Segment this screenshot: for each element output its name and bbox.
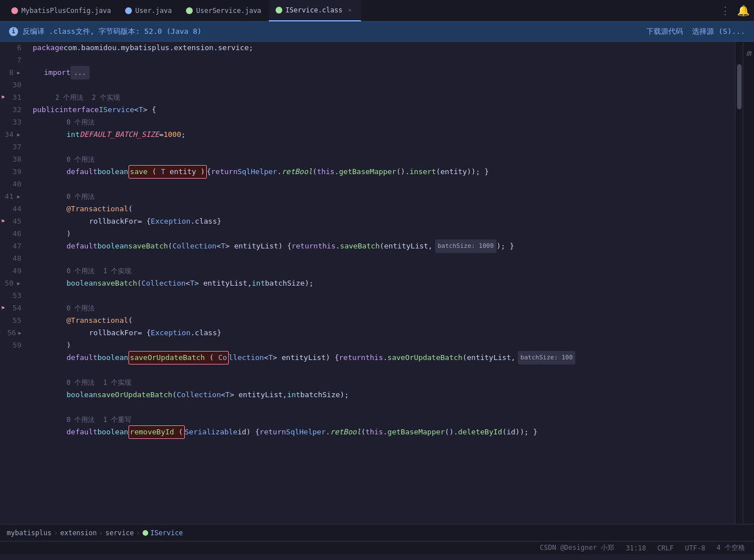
tab-user[interactable]: User.java — [118, 0, 179, 21]
code-line-39: rollbackFor = { Exception .class} — [33, 215, 735, 228]
tab-iservice[interactable]: IService.class ✕ — [269, 0, 361, 21]
line-ending: CRLF — [658, 544, 674, 552]
breadcrumb-file-icon — [143, 530, 148, 536]
code-line-38-meta: 0 个用法 — [33, 190, 735, 203]
scrollbar-thumb[interactable] — [737, 64, 742, 109]
code-line-6: package com.baomidou.mybatisplus.extensi… — [33, 42, 735, 54]
code-line-34-meta: 0 个用法 — [33, 153, 735, 166]
more-tabs-icon[interactable]: ⋮ — [720, 5, 730, 16]
code-line-7 — [33, 54, 735, 66]
line-number-47: 47 — [0, 240, 21, 252]
code-line-41: default boolean saveBatch ( Collection <… — [33, 240, 735, 252]
breadcrumb-extension[interactable]: extension — [60, 529, 97, 537]
code-line-44 — [33, 252, 735, 265]
highlight-saveOrUpdateBatch: saveOrUpdateBatch ( Co — [128, 351, 229, 365]
code-line-47: @Transactional ( — [33, 314, 735, 327]
code-line-46 — [33, 290, 735, 302]
info-text: 反编译 .class文件, 字节码版本: 52.0 (Java 8) — [23, 26, 202, 37]
info-bar-left: i 反编译 .class文件, 字节码版本: 52.0 (Java 8) — [9, 26, 202, 37]
code-line-33 — [33, 141, 735, 153]
meta-info-54: 0 个用法 1 个实现 — [66, 376, 131, 389]
collapse-arrow-50[interactable]: ▶ — [16, 281, 21, 286]
line-number-59: 59 — [0, 339, 21, 352]
class-file-icon — [276, 7, 282, 14]
code-line-45: boolean saveBatch ( Collection < T > ent… — [33, 277, 735, 290]
line-number-32: 32 — [0, 104, 21, 116]
highlight-removeById: removeById ( — [128, 425, 185, 439]
info-bar: i 反编译 .class文件, 字节码版本: 52.0 (Java 8) 下载源… — [0, 21, 754, 42]
breadcrumb-service[interactable]: service — [105, 529, 134, 537]
line-number-7: 7 — [0, 54, 21, 66]
info-bar-right: 下载源代码 选择源 (S)... — [646, 26, 745, 37]
collapse-arrow-56[interactable]: ▶ — [19, 330, 21, 336]
collapse-arrow-41[interactable]: ▶ — [16, 194, 21, 199]
tab-userservice[interactable]: UserService.java — [179, 0, 269, 21]
code-line-34: default boolean save ( T entity ) { retu… — [33, 166, 735, 178]
java-file-icon — [186, 7, 193, 14]
meta-info-47: 0 个用法 — [66, 302, 95, 314]
line-number-45: ⚑ 45 — [0, 215, 21, 228]
line-number-53: 53 — [0, 290, 21, 302]
line-number-48: 48 — [0, 252, 21, 265]
notification-icon[interactable]: 🔔 — [737, 5, 749, 16]
line-number-55: 55 — [0, 314, 21, 327]
line-number-6: 6 — [0, 42, 21, 54]
breadcrumb-iservice[interactable]: IService — [150, 529, 183, 537]
line-number-54: ⚑ 54 — [0, 302, 21, 314]
line-number-30: 30 — [0, 79, 21, 91]
warning-icon-56: ⚑ — [0, 329, 1, 337]
code-line-47-meta: 0 个用法 — [33, 302, 735, 314]
line-number-40: 40 — [0, 178, 21, 190]
meta-info-32: 0 个用法 — [66, 116, 95, 128]
code-main: 6 7 8 ▶ 30 ⚑ 31 32 — [0, 42, 735, 524]
code-line-54: boolean saveOrUpdateBatch ( Collection <… — [33, 389, 735, 401]
java-file-icon — [11, 7, 18, 14]
code-line-37 — [33, 178, 735, 190]
select-source-link[interactable]: 选择源 (S)... — [692, 26, 745, 37]
collapse-arrow-8[interactable]: ▶ — [16, 70, 21, 75]
code-line-56: default boolean removeById ( Serializabl… — [33, 426, 735, 438]
code-line-48: rollbackFor = { Exception .class} — [33, 327, 735, 339]
line-number-46: 46 — [0, 228, 21, 240]
download-source-link[interactable]: 下载源代码 — [646, 26, 683, 37]
code-line-40: ) — [33, 228, 735, 240]
line-number-39: 39 — [0, 166, 21, 178]
tab-bar: MybatisPlusConfig.java User.java UserSer… — [0, 0, 754, 21]
scrollbar-track[interactable] — [735, 42, 743, 524]
tab-mybatis[interactable]: MybatisPlusConfig.java — [5, 0, 118, 21]
code-line-32: int DEFAULT_BATCH_SIZE = 1000 ; — [33, 128, 735, 141]
import-collapsed[interactable]: ... — [70, 66, 90, 79]
code-line-54-meta: 0 个用法 1 个实现 — [33, 376, 735, 389]
code-line-50: default boolean saveOrUpdateBatch ( Co l… — [33, 352, 735, 364]
code-line-59 — [33, 438, 735, 451]
warning-icon-54: ⚑ — [0, 304, 6, 312]
code-line-31-meta: 2 个用法 2 个实现 — [33, 91, 735, 104]
breadcrumb-mybatisplus[interactable]: mybatisplus — [7, 529, 51, 537]
code-line-32-meta: 0 个用法 — [33, 116, 735, 128]
inlay-hint-batchsize: batchSize: 1000 — [435, 239, 496, 253]
line-number-33: 33 — [0, 116, 21, 128]
line-number-38: 38 — [0, 153, 21, 166]
code-line-53 — [33, 364, 735, 376]
warning-icon-31: ⚑ — [0, 94, 6, 101]
code-line-31: public interface IService < T > { — [33, 104, 735, 116]
tab-mybatis-label: MybatisPlusConfig.java — [21, 7, 111, 15]
tab-userservice-label: UserService.java — [196, 7, 261, 15]
collapse-arrow-34[interactable]: ▶ — [16, 132, 21, 137]
breadcrumb: mybatisplus › extension › service › ISer… — [0, 524, 754, 541]
code-line-38: @Transactional ( — [33, 203, 735, 215]
code-line-56-meta: 0 个用法 1 个重写 — [33, 414, 735, 426]
tab-close-button[interactable]: ✕ — [346, 6, 354, 14]
meta-info-56: 0 个用法 1 个重写 — [66, 414, 131, 426]
code-line-49: ) — [33, 339, 735, 352]
code-line-8: import ... — [33, 66, 735, 79]
indent-spaces: 4 个空格 — [717, 543, 745, 553]
package-name: com.baomidou.mybatisplus.extension.servi… — [64, 42, 249, 54]
tab-bar-actions: ⋮ 🔔 — [720, 5, 749, 16]
line-number-8: 8 ▶ — [0, 66, 21, 79]
line-number-37: 37 — [0, 141, 21, 153]
keyword-package: package — [33, 42, 64, 54]
code-content[interactable]: package com.baomidou.mybatisplus.extensi… — [28, 42, 735, 524]
line-numbers: 6 7 8 ▶ 30 ⚑ 31 32 — [0, 42, 28, 524]
meta-info-34: 0 个用法 — [66, 153, 95, 166]
